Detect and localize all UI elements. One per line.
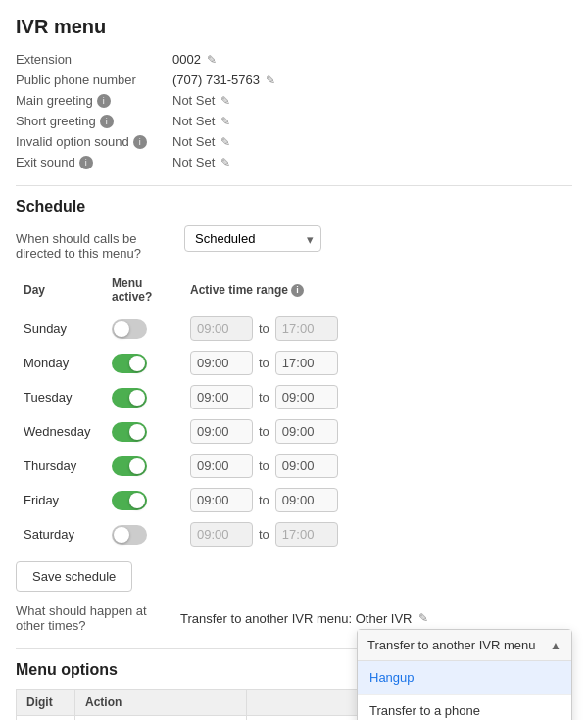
dropdown-chevron-icon[interactable]: ▲: [550, 639, 562, 652]
to-label: to: [259, 390, 270, 405]
time-to-input: [275, 522, 338, 547]
short-greeting-value: Not Set ✎: [172, 114, 572, 128]
invalid-option-value: Not Set ✎: [172, 134, 572, 149]
schedule-when-label: When should calls be directed to this me…: [16, 225, 172, 261]
short-greeting-label: Short greeting i: [16, 114, 172, 128]
day-time-cell: to: [182, 380, 572, 414]
time-to-input: [275, 316, 338, 341]
day-toggle-cell: [104, 312, 182, 346]
to-label: to: [259, 321, 270, 336]
time-from-input[interactable]: [190, 419, 253, 444]
schedule-title: Schedule: [16, 185, 572, 216]
day-time-cell: to: [182, 312, 572, 346]
day-toggle-cell: [104, 346, 182, 380]
phone-label: Public phone number: [16, 72, 172, 87]
save-schedule-button[interactable]: Save schedule: [16, 561, 132, 592]
time-to-input[interactable]: [275, 454, 338, 478]
time-from-input[interactable]: [190, 351, 253, 375]
time-range-info-icon[interactable]: i: [291, 284, 304, 297]
time-to-input[interactable]: [275, 419, 338, 444]
toggle-on-icon: [112, 456, 147, 476]
exit-sound-edit-icon[interactable]: ✎: [220, 156, 230, 169]
time-from-input: [190, 522, 253, 547]
day-name: Saturday: [16, 517, 104, 552]
phone-value: (707) 731-5763 ✎: [172, 72, 572, 87]
exit-sound-value: Not Set ✎: [172, 155, 572, 169]
page-title: IVR menu: [16, 16, 572, 38]
day-name: Wednesday: [16, 414, 104, 449]
invalid-option-info-icon[interactable]: i: [133, 135, 147, 149]
dropdown-item[interactable]: Transfer to a phone: [358, 694, 571, 720]
day-time-cell: to: [182, 449, 572, 483]
day-name: Friday: [16, 483, 104, 517]
schedule-day-row: Wednesdayto: [16, 414, 572, 449]
day-name: Thursday: [16, 449, 104, 483]
day-toggle-cell: [104, 380, 182, 414]
day-toggle[interactable]: [112, 491, 147, 510]
day-name: Monday: [16, 346, 104, 380]
toggle-off-icon: [112, 319, 147, 339]
time-to-input[interactable]: [275, 385, 338, 409]
day-toggle-cell: [104, 517, 182, 552]
time-to-input[interactable]: [275, 351, 338, 375]
time-from-input[interactable]: [190, 385, 253, 409]
schedule-day-row: Saturdayto: [16, 517, 572, 552]
day-time-cell: to: [182, 483, 572, 517]
menu-digit: 1: [17, 716, 75, 721]
schedule-day-row: Tuesdayto: [16, 380, 572, 414]
to-label: to: [259, 493, 270, 507]
schedule-select[interactable]: Scheduled: [184, 225, 321, 252]
to-label: to: [259, 527, 270, 542]
day-toggle[interactable]: [112, 422, 147, 442]
to-label: to: [259, 424, 270, 439]
time-from-input[interactable]: [190, 454, 253, 478]
extension-edit-icon[interactable]: ✎: [207, 53, 217, 67]
to-label: to: [259, 356, 270, 370]
exit-sound-info-icon[interactable]: i: [79, 156, 93, 169]
day-name: Tuesday: [16, 380, 104, 414]
col-action-header: Action: [75, 690, 247, 716]
invalid-option-edit-icon[interactable]: ✎: [220, 135, 230, 149]
day-toggle[interactable]: [112, 525, 147, 545]
extension-value: 0002 ✎: [172, 52, 572, 67]
extension-label: Extension: [16, 52, 172, 67]
col-day: Day: [16, 272, 104, 312]
day-toggle[interactable]: [112, 319, 147, 339]
main-greeting-value: Not Set ✎: [172, 93, 572, 108]
to-label: to: [259, 458, 270, 473]
main-greeting-edit-icon[interactable]: ✎: [220, 94, 230, 108]
day-toggle[interactable]: [112, 354, 147, 373]
short-greeting-info-icon[interactable]: i: [100, 115, 114, 128]
toggle-on-icon: [112, 354, 147, 373]
toggle-on-icon: [112, 422, 147, 442]
time-from-input: [190, 316, 253, 341]
phone-edit-icon[interactable]: ✎: [266, 73, 275, 87]
exit-sound-label: Exit sound i: [16, 155, 172, 169]
day-toggle-cell: [104, 449, 182, 483]
time-from-input[interactable]: [190, 488, 253, 512]
schedule-table: Day Menu active? Active time range i Sun…: [16, 272, 572, 552]
toggle-on-icon: [112, 491, 147, 510]
col-time-range: Active time range i: [182, 272, 572, 312]
schedule-day-row: Mondayto: [16, 346, 572, 380]
day-name: Sunday: [16, 312, 104, 346]
time-to-input[interactable]: [275, 488, 338, 512]
other-times-edit-icon[interactable]: ✎: [418, 611, 428, 625]
day-toggle-cell: [104, 414, 182, 449]
toggle-on-icon: [112, 388, 147, 408]
dropdown-items-list: HangupTransfer to a phoneTransfer to ano…: [358, 661, 571, 720]
main-greeting-label: Main greeting i: [16, 93, 172, 108]
schedule-when-row: When should calls be directed to this me…: [16, 225, 572, 261]
short-greeting-edit-icon[interactable]: ✎: [220, 115, 230, 128]
main-greeting-info-icon[interactable]: i: [97, 94, 111, 108]
day-time-cell: to: [182, 414, 572, 449]
action-dropdown-overlay: Transfer to another IVR menu ▲ HangupTra…: [357, 629, 572, 720]
col-active: Menu active?: [104, 272, 182, 312]
day-toggle[interactable]: [112, 388, 147, 408]
menu-action-cell: Play a recording: [75, 716, 247, 721]
ivr-info-grid: Extension 0002 ✎ Public phone number (70…: [16, 52, 572, 169]
day-toggle[interactable]: [112, 456, 147, 476]
dropdown-item[interactable]: Hangup: [358, 661, 571, 694]
invalid-option-label: Invalid option sound i: [16, 134, 172, 149]
schedule-day-row: Fridayto: [16, 483, 572, 517]
